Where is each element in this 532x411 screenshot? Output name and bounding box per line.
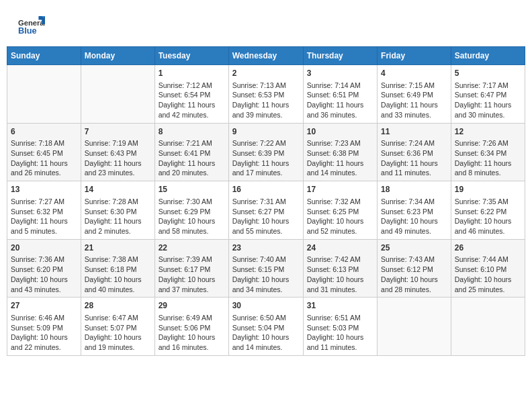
day-number: 16 (232, 184, 300, 195)
page-header: General Blue (7, 7, 525, 46)
day-info: Sunrise: 7:36 AM Sunset: 6:20 PM Dayligh… (11, 255, 77, 294)
calendar-cell: 6Sunrise: 7:18 AM Sunset: 6:45 PM Daylig… (7, 123, 81, 181)
calendar-cell: 17Sunrise: 7:32 AM Sunset: 6:25 PM Dayli… (303, 181, 377, 240)
day-number: 2 (232, 68, 300, 79)
day-info: Sunrise: 7:35 AM Sunset: 6:22 PM Dayligh… (455, 197, 521, 236)
calendar-cell: 27Sunrise: 6:46 AM Sunset: 5:09 PM Dayli… (7, 298, 81, 356)
day-number: 10 (307, 126, 373, 138)
calendar-cell: 16Sunrise: 7:31 AM Sunset: 6:27 PM Dayli… (228, 181, 303, 240)
day-number: 13 (11, 184, 77, 195)
day-number: 21 (85, 242, 151, 254)
day-number: 29 (159, 300, 225, 312)
day-number: 27 (11, 300, 77, 312)
calendar-cell: 24Sunrise: 7:42 AM Sunset: 6:13 PM Dayli… (303, 239, 377, 298)
day-info: Sunrise: 7:24 AM Sunset: 6:36 PM Dayligh… (381, 138, 447, 178)
day-info: Sunrise: 7:38 AM Sunset: 6:18 PM Dayligh… (85, 255, 151, 294)
day-info: Sunrise: 7:26 AM Sunset: 6:34 PM Dayligh… (455, 138, 521, 178)
calendar-cell: 21Sunrise: 7:38 AM Sunset: 6:18 PM Dayli… (81, 239, 154, 298)
header-saturday: Saturday (451, 47, 525, 65)
calendar-cell: 4Sunrise: 7:15 AM Sunset: 6:49 PM Daylig… (378, 65, 451, 124)
svg-text:Blue: Blue (18, 26, 37, 36)
calendar-week-2: 13Sunrise: 7:27 AM Sunset: 6:32 PM Dayli… (7, 181, 525, 240)
day-info: Sunrise: 7:34 AM Sunset: 6:23 PM Dayligh… (381, 197, 447, 236)
calendar-cell: 19Sunrise: 7:35 AM Sunset: 6:22 PM Dayli… (451, 181, 525, 240)
calendar-cell (7, 65, 81, 124)
calendar-table: SundayMondayTuesdayWednesdayThursdayFrid… (7, 46, 525, 356)
day-number: 6 (11, 126, 77, 138)
day-info: Sunrise: 7:30 AM Sunset: 6:29 PM Dayligh… (159, 197, 225, 236)
day-number: 1 (159, 68, 225, 79)
day-info: Sunrise: 7:21 AM Sunset: 6:41 PM Dayligh… (159, 138, 225, 178)
calendar-cell: 18Sunrise: 7:34 AM Sunset: 6:23 PM Dayli… (378, 181, 451, 240)
calendar-cell: 30Sunrise: 6:50 AM Sunset: 5:04 PM Dayli… (228, 298, 303, 356)
day-number: 4 (381, 68, 447, 79)
day-number: 26 (455, 242, 521, 254)
calendar-cell: 8Sunrise: 7:21 AM Sunset: 6:41 PM Daylig… (154, 123, 228, 181)
header-wednesday: Wednesday (228, 47, 303, 65)
calendar-cell: 31Sunrise: 6:51 AM Sunset: 5:03 PM Dayli… (303, 298, 377, 356)
calendar-cell (378, 298, 451, 356)
day-number: 25 (381, 242, 447, 254)
calendar-cell: 22Sunrise: 7:39 AM Sunset: 6:17 PM Dayli… (154, 239, 228, 298)
day-info: Sunrise: 7:14 AM Sunset: 6:51 PM Dayligh… (307, 81, 373, 120)
header-tuesday: Tuesday (154, 47, 228, 65)
calendar-cell: 23Sunrise: 7:40 AM Sunset: 6:15 PM Dayli… (228, 239, 303, 298)
logo: General Blue (17, 13, 45, 43)
calendar-cell: 13Sunrise: 7:27 AM Sunset: 6:32 PM Dayli… (7, 181, 81, 240)
day-info: Sunrise: 7:28 AM Sunset: 6:30 PM Dayligh… (85, 197, 151, 236)
header-thursday: Thursday (303, 47, 377, 65)
calendar-header-row: SundayMondayTuesdayWednesdayThursdayFrid… (7, 47, 525, 65)
calendar-cell: 29Sunrise: 6:49 AM Sunset: 5:06 PM Dayli… (154, 298, 228, 356)
calendar-cell: 1Sunrise: 7:12 AM Sunset: 6:54 PM Daylig… (154, 65, 228, 124)
day-info: Sunrise: 7:22 AM Sunset: 6:39 PM Dayligh… (232, 138, 300, 178)
calendar-cell: 15Sunrise: 7:30 AM Sunset: 6:29 PM Dayli… (154, 181, 228, 240)
day-number: 3 (307, 68, 373, 79)
day-info: Sunrise: 7:43 AM Sunset: 6:12 PM Dayligh… (381, 255, 447, 294)
day-info: Sunrise: 6:51 AM Sunset: 5:03 PM Dayligh… (307, 313, 373, 353)
calendar-cell: 14Sunrise: 7:28 AM Sunset: 6:30 PM Dayli… (81, 181, 154, 240)
day-info: Sunrise: 7:42 AM Sunset: 6:13 PM Dayligh… (307, 255, 373, 294)
calendar-cell: 26Sunrise: 7:44 AM Sunset: 6:10 PM Dayli… (451, 239, 525, 298)
day-number: 24 (307, 242, 373, 254)
day-info: Sunrise: 7:18 AM Sunset: 6:45 PM Dayligh… (11, 138, 77, 178)
day-info: Sunrise: 7:19 AM Sunset: 6:43 PM Dayligh… (85, 138, 151, 178)
calendar-week-3: 20Sunrise: 7:36 AM Sunset: 6:20 PM Dayli… (7, 239, 525, 298)
day-number: 9 (232, 126, 300, 138)
header-monday: Monday (81, 47, 154, 65)
general-blue-icon: General Blue (18, 13, 45, 40)
day-number: 17 (307, 184, 373, 195)
header-friday: Friday (378, 47, 451, 65)
header-sunday: Sunday (7, 47, 81, 65)
day-info: Sunrise: 7:39 AM Sunset: 6:17 PM Dayligh… (159, 255, 225, 294)
day-number: 14 (85, 184, 151, 195)
day-number: 28 (85, 300, 151, 312)
day-number: 22 (159, 242, 225, 254)
calendar-cell (451, 298, 525, 356)
day-info: Sunrise: 7:13 AM Sunset: 6:53 PM Dayligh… (232, 81, 300, 120)
calendar-cell: 28Sunrise: 6:47 AM Sunset: 5:07 PM Dayli… (81, 298, 154, 356)
calendar-cell: 20Sunrise: 7:36 AM Sunset: 6:20 PM Dayli… (7, 239, 81, 298)
day-info: Sunrise: 7:15 AM Sunset: 6:49 PM Dayligh… (381, 81, 447, 120)
day-number: 23 (232, 242, 300, 254)
calendar-week-0: 1Sunrise: 7:12 AM Sunset: 6:54 PM Daylig… (7, 65, 525, 124)
calendar-cell (81, 65, 154, 124)
day-info: Sunrise: 7:31 AM Sunset: 6:27 PM Dayligh… (232, 197, 300, 236)
calendar-cell: 2Sunrise: 7:13 AM Sunset: 6:53 PM Daylig… (228, 65, 303, 124)
day-number: 18 (381, 184, 447, 195)
day-info: Sunrise: 6:46 AM Sunset: 5:09 PM Dayligh… (11, 313, 77, 353)
calendar-cell: 10Sunrise: 7:23 AM Sunset: 6:38 PM Dayli… (303, 123, 377, 181)
day-number: 19 (455, 184, 521, 195)
calendar-cell: 7Sunrise: 7:19 AM Sunset: 6:43 PM Daylig… (81, 123, 154, 181)
day-info: Sunrise: 7:27 AM Sunset: 6:32 PM Dayligh… (11, 197, 77, 236)
day-number: 7 (85, 126, 151, 138)
day-info: Sunrise: 6:50 AM Sunset: 5:04 PM Dayligh… (232, 313, 300, 353)
day-info: Sunrise: 6:49 AM Sunset: 5:06 PM Dayligh… (159, 313, 225, 353)
calendar-cell: 3Sunrise: 7:14 AM Sunset: 6:51 PM Daylig… (303, 65, 377, 124)
day-info: Sunrise: 7:23 AM Sunset: 6:38 PM Dayligh… (307, 138, 373, 178)
day-number: 5 (455, 68, 521, 79)
calendar-cell: 5Sunrise: 7:17 AM Sunset: 6:47 PM Daylig… (451, 65, 525, 124)
day-info: Sunrise: 7:44 AM Sunset: 6:10 PM Dayligh… (455, 255, 521, 294)
calendar-cell: 12Sunrise: 7:26 AM Sunset: 6:34 PM Dayli… (451, 123, 525, 181)
day-info: Sunrise: 7:17 AM Sunset: 6:47 PM Dayligh… (455, 81, 521, 120)
day-number: 31 (307, 300, 373, 312)
